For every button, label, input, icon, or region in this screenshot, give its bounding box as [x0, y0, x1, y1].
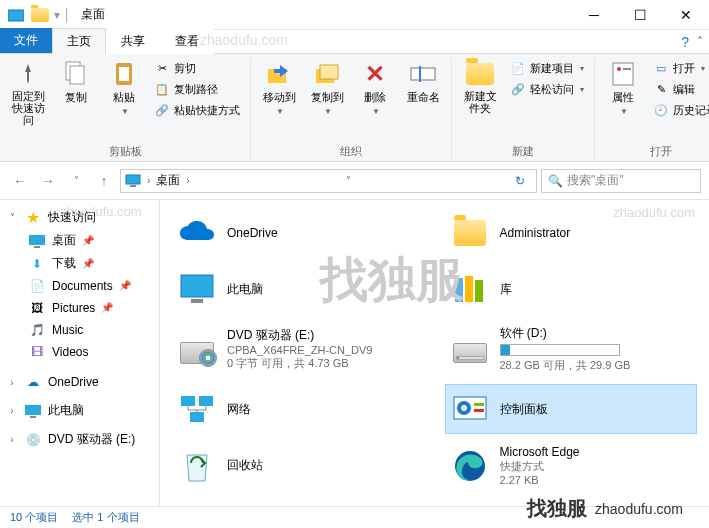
pin-icon: 📌	[101, 302, 113, 314]
svg-rect-7	[320, 65, 338, 79]
tree-quick-access[interactable]: ˅ ★ 快速访问	[0, 206, 159, 229]
up-button[interactable]: ↑	[92, 169, 116, 193]
ribbon-group-open: 属性▼ ▭打开▾ ✎编辑 🕘历史记录 打开	[595, 58, 709, 161]
item-dvd-drive[interactable]: DVD 驱动器 (E:)CPBA_X64FRE_ZH-CN_DV90 字节 可用…	[172, 320, 425, 378]
chevron-right-icon[interactable]: ›	[6, 405, 18, 416]
tab-share[interactable]: 共享	[106, 28, 160, 54]
svg-rect-4	[119, 67, 129, 81]
tree-item-downloads[interactable]: ⬇下载📌	[0, 252, 159, 275]
help-button[interactable]: ?	[681, 34, 689, 50]
move-icon	[265, 60, 293, 88]
chevron-right-icon[interactable]: ›	[6, 434, 18, 445]
cloud-icon: ☁	[24, 374, 42, 390]
copy-path-button[interactable]: 📋复制路径	[150, 79, 244, 99]
history-dropdown[interactable]: ˅	[346, 175, 351, 186]
properties-button[interactable]: 属性▼	[601, 58, 645, 118]
tree-item-videos[interactable]: 🎞Videos	[0, 341, 159, 363]
item-onedrive[interactable]: OneDrive	[172, 208, 425, 258]
refresh-button[interactable]: ↻	[508, 174, 532, 188]
open-icon: ▭	[653, 60, 669, 76]
explorer-body: ˅ ★ 快速访问 桌面📌 ⬇下载📌 📄Documents📌 🖼Pictures📌…	[0, 200, 709, 506]
pin-to-quick-access-button[interactable]: 固定到快速访问	[6, 58, 50, 128]
edit-button[interactable]: ✎编辑	[649, 79, 709, 99]
tree-item-music[interactable]: 🎵Music	[0, 319, 159, 341]
collapse-ribbon-button[interactable]: ˄	[697, 35, 703, 49]
cloud-icon	[177, 213, 217, 253]
new-item-button[interactable]: 📄新建项目▾	[506, 58, 588, 78]
item-drive-d[interactable]: 软件 (D:)28.2 GB 可用，共 29.9 GB	[445, 320, 698, 378]
folder-icon	[30, 6, 50, 24]
forward-button[interactable]: →	[36, 169, 60, 193]
recent-locations-button[interactable]: ˅	[64, 169, 88, 193]
window-title: 桌面	[81, 6, 105, 23]
rename-button[interactable]: 重命名	[401, 58, 445, 107]
svg-rect-17	[25, 405, 41, 415]
tree-item-desktop[interactable]: 桌面📌	[0, 229, 159, 252]
dvd-icon	[177, 329, 217, 369]
item-edge[interactable]: Microsoft Edge快捷方式2.27 KB	[445, 440, 698, 491]
search-input[interactable]: 🔍 搜索"桌面" zhaodufu.com	[541, 169, 701, 193]
chevron-right-icon[interactable]: ›	[147, 175, 150, 186]
delete-button[interactable]: ✕删除▼	[353, 58, 397, 118]
close-button[interactable]: ✕	[663, 0, 709, 30]
tree-this-pc[interactable]: ›此电脑	[0, 399, 159, 422]
history-button[interactable]: 🕘历史记录	[649, 100, 709, 120]
chevron-down-icon[interactable]: ˅	[6, 212, 18, 223]
group-label: 打开	[650, 142, 672, 161]
new-folder-icon	[466, 60, 494, 88]
content-pane[interactable]: 找独服 OneDrive Administrator 此电脑 库 DVD 驱动器…	[160, 200, 709, 506]
svg-rect-2	[70, 66, 84, 84]
window-controls: ─ ☐ ✕	[571, 0, 709, 30]
item-this-pc[interactable]: 此电脑	[172, 264, 425, 314]
svg-rect-16	[34, 246, 40, 248]
tab-home[interactable]: 主页	[52, 28, 106, 54]
minimize-button[interactable]: ─	[571, 0, 617, 30]
tab-view[interactable]: 查看	[160, 28, 214, 54]
item-control-panel[interactable]: 控制面板	[445, 384, 698, 434]
drive-icon	[450, 329, 490, 369]
item-libraries[interactable]: 库	[445, 264, 698, 314]
search-placeholder: 搜索"桌面"	[567, 172, 624, 189]
search-icon: 🔍	[548, 174, 563, 188]
new-folder-button[interactable]: 新建文件夹	[458, 58, 502, 116]
svg-rect-19	[181, 275, 213, 297]
app-icon[interactable]	[6, 6, 26, 24]
address-bar[interactable]: › 桌面 › ˅ ↻	[120, 169, 537, 193]
easy-access-button[interactable]: 🔗轻松访问▾	[506, 79, 588, 99]
back-button[interactable]: ←	[8, 169, 32, 193]
paste-shortcut-button[interactable]: 🔗粘贴快捷方式	[150, 100, 244, 120]
svg-rect-30	[474, 403, 484, 406]
chevron-right-icon[interactable]: ›	[186, 175, 189, 186]
pin-icon: 📌	[119, 280, 131, 292]
tree-item-documents[interactable]: 📄Documents📌	[0, 275, 159, 297]
open-button[interactable]: ▭打开▾	[649, 58, 709, 78]
paste-button[interactable]: 粘贴▼	[102, 58, 146, 118]
cut-button[interactable]: ✂剪切	[150, 58, 244, 78]
item-recycle-bin[interactable]: 回收站	[172, 440, 425, 491]
network-icon	[177, 389, 217, 429]
item-administrator[interactable]: Administrator	[445, 208, 698, 258]
svg-point-29	[461, 405, 467, 411]
ribbon: 固定到快速访问 复制 粘贴▼ ✂剪切 📋复制路径 🔗粘贴快捷方式 剪贴板 移动到…	[0, 54, 709, 162]
recycle-bin-icon	[177, 446, 217, 486]
group-label: 剪贴板	[109, 142, 142, 161]
item-network[interactable]: 网络	[172, 384, 425, 434]
pc-icon	[177, 269, 217, 309]
pin-icon	[14, 60, 42, 88]
svg-rect-9	[419, 66, 421, 82]
tree-dvd[interactable]: ›💿DVD 驱动器 (E:)	[0, 428, 159, 451]
tree-item-pictures[interactable]: 🖼Pictures📌	[0, 297, 159, 319]
breadcrumb-segment[interactable]: 桌面	[156, 172, 180, 189]
move-to-button[interactable]: 移动到▼	[257, 58, 301, 118]
star-icon: ★	[24, 210, 42, 226]
copy-button[interactable]: 复制	[54, 58, 98, 107]
tree-onedrive[interactable]: ›☁OneDrive	[0, 371, 159, 393]
svg-rect-25	[199, 396, 213, 406]
document-icon: 📄	[28, 278, 46, 294]
chevron-right-icon[interactable]: ›	[6, 377, 18, 388]
properties-icon	[609, 60, 637, 88]
desktop-icon	[28, 233, 46, 249]
tab-file[interactable]: 文件	[0, 28, 52, 53]
maximize-button[interactable]: ☐	[617, 0, 663, 30]
copy-to-button[interactable]: 复制到▼	[305, 58, 349, 118]
